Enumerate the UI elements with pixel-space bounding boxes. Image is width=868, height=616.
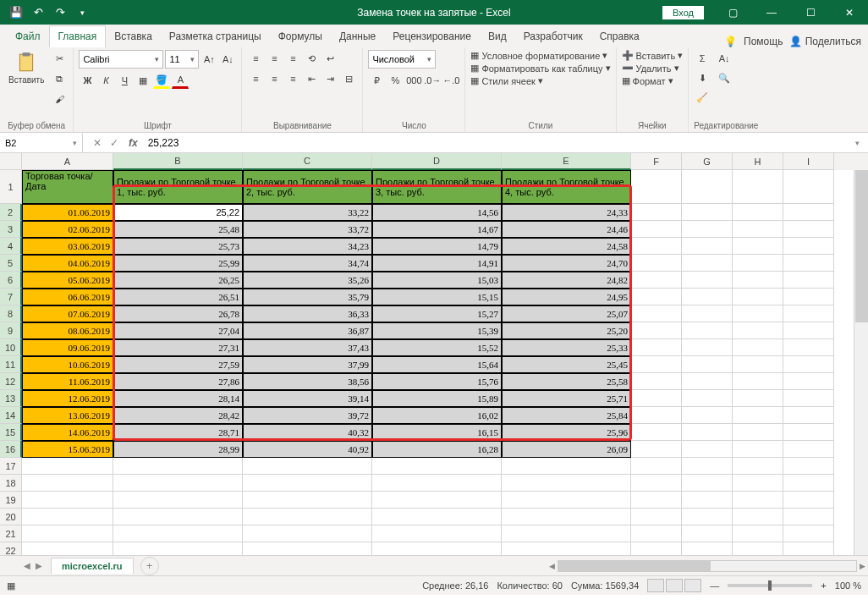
cell-data[interactable]: 25,84 [502,407,631,424]
select-all-button[interactable] [0,153,22,170]
font-size-combo[interactable]: 11 [165,50,199,69]
cell[interactable] [733,424,783,441]
save-icon[interactable]: 💾 [7,3,25,22]
cell-data[interactable]: 24,58 [502,238,631,255]
cell[interactable] [502,492,631,509]
cell-data[interactable]: 40,92 [243,441,372,458]
cell[interactable] [682,407,733,424]
cell-date[interactable]: 08.06.2019 [22,322,113,339]
cell-data[interactable]: 36,33 [243,305,372,322]
cell[interactable] [631,525,682,542]
row-header[interactable]: 11 [0,356,22,373]
cell[interactable] [783,373,834,390]
share-button[interactable]: 👤 Поделиться [789,36,861,47]
cell[interactable] [733,305,783,322]
cell[interactable] [682,492,733,509]
cell-date[interactable]: 10.06.2019 [22,356,113,373]
align-right-icon[interactable]: ≡ [284,70,301,87]
row-header[interactable]: 2 [0,204,22,221]
cell[interactable] [682,305,733,322]
cell[interactable] [733,289,783,305]
cell-data[interactable]: 26,51 [113,289,243,305]
cell[interactable] [682,272,733,289]
cell-data[interactable]: 24,82 [502,272,631,289]
row-header[interactable]: 5 [0,255,22,272]
cell[interactable] [631,221,682,238]
cell-data[interactable]: 39,72 [243,407,372,424]
cell-data[interactable]: 15,89 [372,390,502,407]
cell-data[interactable]: 38,56 [243,373,372,390]
cell[interactable] [733,542,783,555]
decrease-indent-icon[interactable]: ⇤ [303,70,320,87]
cell[interactable] [682,509,733,525]
cell[interactable] [372,458,502,475]
cell[interactable] [631,204,682,221]
cell-data[interactable]: 14,91 [372,255,502,272]
cell[interactable] [682,441,733,458]
cell-data[interactable]: 34,23 [243,238,372,255]
maximize-button[interactable]: ☐ [792,0,829,25]
horizontal-scrollbar[interactable]: ◀ ▶ [547,559,868,573]
tab-review[interactable]: Рецензирование [384,26,480,47]
cell[interactable] [682,390,733,407]
cell-data[interactable]: 25,22 [113,204,243,221]
redo-icon[interactable]: ↷ [51,3,69,22]
row-header[interactable]: 21 [0,525,22,542]
cell-data[interactable]: 25,20 [502,322,631,339]
increase-indent-icon[interactable]: ⇥ [321,70,338,87]
cell-data[interactable]: 15,76 [372,373,502,390]
cell-data[interactable]: 14,67 [372,221,502,238]
cell[interactable] [631,390,682,407]
cell-data[interactable]: 40,32 [243,424,372,441]
cell[interactable] [22,509,113,525]
cell[interactable] [783,204,834,221]
cell-data[interactable]: 26,09 [502,441,631,458]
font-color-icon[interactable]: A [172,72,189,89]
cell-date[interactable]: 03.06.2019 [22,238,113,255]
help-link[interactable]: Помощь [744,36,783,47]
row-header[interactable]: 12 [0,373,22,390]
cell-date[interactable]: 15.06.2019 [22,441,113,458]
cell-date[interactable]: 01.06.2019 [22,204,113,221]
bold-button[interactable]: Ж [79,72,96,89]
cell[interactable] [631,305,682,322]
tab-file[interactable]: Файл [7,26,49,47]
cell-data[interactable]: 35,26 [243,272,372,289]
column-header-C[interactable]: C [243,153,372,170]
cell[interactable] [682,356,733,373]
cell[interactable] [682,322,733,339]
column-header-G[interactable]: G [682,153,733,170]
cell[interactable] [733,373,783,390]
cell-data[interactable]: 15,39 [372,322,502,339]
cell[interactable] [682,289,733,305]
sort-filter-icon[interactable]: A↓ [712,50,736,67]
cell[interactable] [502,525,631,542]
cell-data[interactable]: 34,74 [243,255,372,272]
cell[interactable] [733,407,783,424]
row-header[interactable]: 10 [0,339,22,356]
row-header[interactable]: 7 [0,289,22,305]
autosum-icon[interactable]: Σ [694,50,711,67]
cell-data[interactable]: 26,78 [113,305,243,322]
tab-help[interactable]: Справка [591,26,648,47]
tab-data[interactable]: Данные [331,26,384,47]
zoom-level[interactable]: 100 % [835,580,861,591]
cell[interactable] [682,424,733,441]
cell[interactable] [631,170,682,204]
font-name-combo[interactable]: Calibri [79,50,163,69]
cell[interactable] [22,525,113,542]
cell-data[interactable]: 15,52 [372,339,502,356]
align-left-icon[interactable]: ≡ [247,70,264,87]
cell[interactable] [243,475,372,492]
add-sheet-button[interactable]: + [140,557,159,575]
cell-data[interactable]: 28,71 [113,424,243,441]
cell[interactable] [113,509,243,525]
cell[interactable] [243,458,372,475]
row-header[interactable]: 8 [0,305,22,322]
copy-icon[interactable]: ⧉ [51,70,68,87]
cell[interactable] [733,255,783,272]
cell-date[interactable]: 13.06.2019 [22,407,113,424]
cell-data[interactable]: 24,95 [502,289,631,305]
align-middle-icon[interactable]: ≡ [266,50,283,67]
page-layout-view-button[interactable] [666,579,683,592]
